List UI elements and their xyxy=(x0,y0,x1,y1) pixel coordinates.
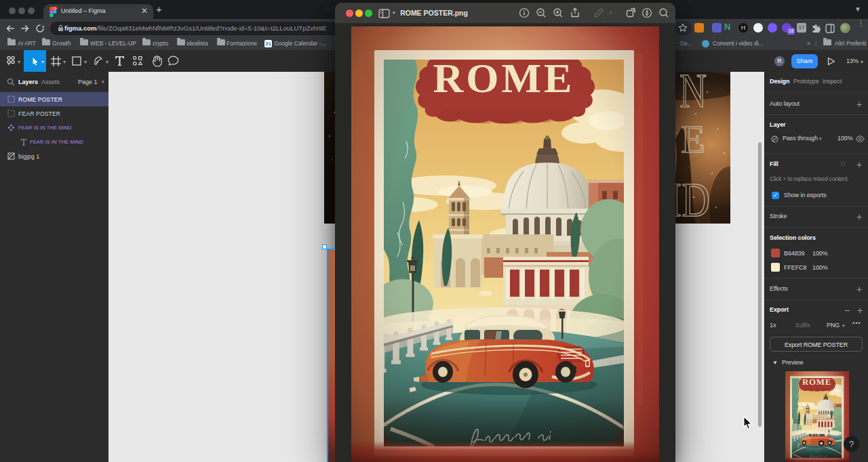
svg-text:N: N xyxy=(679,72,707,117)
svg-text:E: E xyxy=(681,119,705,161)
